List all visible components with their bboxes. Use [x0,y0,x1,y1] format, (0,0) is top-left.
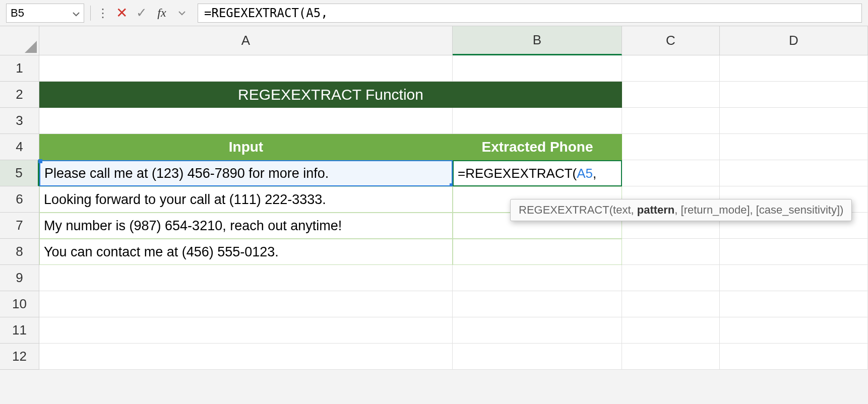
column-headers: A B C D [39,26,868,55]
cell-formula-ref: A5 [577,166,593,181]
cell-b5[interactable]: =REGEXEXTRACT(A5, [453,160,622,186]
row-header-2[interactable]: 2 [0,82,39,108]
cell-a11[interactable] [39,317,453,344]
row-headers: 1 2 3 4 5 6 7 8 9 10 11 12 [0,55,39,370]
formula-input[interactable]: =REGEXEXTRACT(A5, [198,4,862,23]
header-input[interactable]: Input [39,134,453,160]
cell-c8[interactable] [622,239,720,265]
row-header-1[interactable]: 1 [0,55,39,82]
cell-c2[interactable] [622,82,720,108]
cell-a3[interactable] [39,108,453,134]
cell-b3[interactable] [453,108,622,134]
fx-button[interactable]: fx [155,7,168,20]
row-header-7[interactable]: 7 [0,213,39,239]
tooltip-p1: text [613,204,631,216]
row-header-10[interactable]: 10 [0,291,39,317]
function-tooltip: REGEXEXTRACT(text, pattern, [return_mode… [510,199,852,221]
tooltip-p3: [return_mode] [681,204,750,216]
formula-ref: A5 [306,6,321,20]
col-header-c[interactable]: C [622,26,720,55]
cell-d4[interactable] [720,134,868,160]
cell-d1[interactable] [720,55,868,82]
close-icon: ✕ [116,5,128,21]
tooltip-p4: [case_sensitivity] [756,204,840,216]
col-header-a[interactable]: A [39,26,453,55]
cell-b9[interactable] [453,265,622,291]
cell-c1[interactable] [622,55,720,82]
cell-d9[interactable] [720,265,868,291]
title-cell[interactable]: REGEXEXTRACT Function [39,82,622,108]
cell-b8[interactable] [453,239,622,265]
cell-a12[interactable] [39,344,453,370]
cell-c10[interactable] [622,291,720,317]
cell-a7[interactable]: My number is (987) 654-3210, reach out a… [39,213,453,239]
cell-a1[interactable] [39,55,453,82]
row-header-11[interactable]: 11 [0,317,39,344]
cell-c9[interactable] [622,265,720,291]
row-header-3[interactable]: 3 [0,108,39,134]
cancel-button[interactable]: ✕ [115,7,128,20]
cell-c5[interactable] [622,160,720,186]
chevron-down-icon[interactable] [73,7,80,20]
cell-a8[interactable]: You can contact me at (456) 555-0123. [39,239,453,265]
formula-bar-icons: ✕ ✓ fx [115,7,189,20]
name-box-value: B5 [11,7,24,20]
cell-formula-suffix: , [593,166,596,181]
cell-b1[interactable] [453,55,622,82]
cell-c4[interactable] [622,134,720,160]
cell-d11[interactable] [720,317,868,344]
fx-dropdown[interactable] [175,7,189,20]
divider [90,6,91,21]
check-icon: ✓ [136,5,147,21]
col-header-b[interactable]: B [453,26,622,55]
cell-c3[interactable] [622,108,720,134]
cell-a9[interactable] [39,265,453,291]
formula-prefix: =REGEXEXTRACT( [204,6,306,20]
enter-button[interactable]: ✓ [135,7,148,20]
cell-d8[interactable] [720,239,868,265]
cell-a10[interactable] [39,291,453,317]
cell-b10[interactable] [453,291,622,317]
tooltip-p2: pattern [637,204,675,216]
row-header-4[interactable]: 4 [0,134,39,160]
cell-a5[interactable]: Please call me at (123) 456-7890 for mor… [39,160,453,186]
row-header-5[interactable]: 5 [0,160,39,186]
select-all-corner[interactable] [0,26,39,55]
cell-b12[interactable] [453,344,622,370]
name-box[interactable]: B5 [6,4,84,23]
row-header-6[interactable]: 6 [0,186,39,213]
cell-d5[interactable] [720,160,868,186]
cell-a6[interactable]: Looking forward to your call at (111) 22… [39,186,453,213]
cell-d2[interactable] [720,82,868,108]
row-header-8[interactable]: 8 [0,239,39,265]
header-extracted[interactable]: Extracted Phone [453,134,622,160]
formula-bar: B5 ⋮ ✕ ✓ fx =REGEXEXTRACT(A5, [0,0,868,26]
cell-b11[interactable] [453,317,622,344]
col-header-d[interactable]: D [720,26,868,55]
tooltip-fname: REGEXEXTRACT [519,204,609,216]
fx-icon: fx [157,6,166,20]
cell-d12[interactable] [720,344,868,370]
row-header-9[interactable]: 9 [0,265,39,291]
cell-c12[interactable] [622,344,720,370]
menu-dots-icon: ⋮ [97,6,109,20]
row-header-12[interactable]: 12 [0,344,39,370]
cell-c11[interactable] [622,317,720,344]
cell-d3[interactable] [720,108,868,134]
formula-suffix: , [321,6,328,20]
cell-formula-prefix: =REGEXEXTRACT( [458,166,577,181]
cell-d10[interactable] [720,291,868,317]
